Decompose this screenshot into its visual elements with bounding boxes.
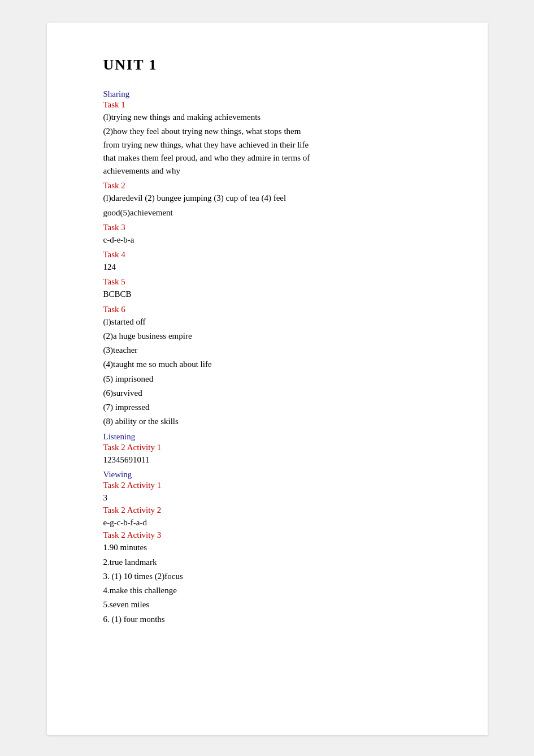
task2-item2: good(5)achievement	[103, 206, 442, 219]
task4-item1: 124	[103, 261, 442, 274]
task6-item2: (2)a huge business empire	[103, 330, 442, 343]
listening-task2-label: Task 2 Activity 1	[103, 443, 442, 452]
task5-section: Task 5 BCBCB	[103, 277, 442, 301]
viewing-task2a3-item1: 1.90 minutes	[103, 541, 442, 554]
viewing-label: Viewing	[103, 470, 442, 479]
viewing-task2a3-item4: 4.make this challenge	[103, 584, 442, 597]
task4-label: Task 4	[103, 250, 442, 260]
viewing-task2a2-item1: e-g-c-b-f-a-d	[103, 516, 442, 529]
task6-item5: (5) imprisoned	[103, 373, 442, 386]
task6-item4: (4)taught me so much about life	[103, 358, 442, 371]
task1-item2: (2)how they feel about trying new things…	[103, 125, 442, 178]
listening-task2-item1: 12345691011	[103, 453, 442, 466]
task2-label: Task 2	[103, 181, 442, 191]
viewing-section: Viewing Task 2 Activity 1 3 Task 2 Activ…	[103, 470, 442, 626]
task1-item1: (l)trying new things and making achievem…	[103, 111, 442, 124]
task3-item1: c-d-e-b-a	[103, 234, 442, 247]
viewing-task2a3-item5: 5.seven miles	[103, 598, 442, 611]
sharing-section: Sharing Task 1 (l)trying new things and …	[103, 89, 442, 178]
task5-item1: BCBCB	[103, 288, 442, 301]
task1-label: Task 1	[103, 100, 442, 110]
task6-item7: (7) impressed	[103, 401, 442, 414]
unit-title: UNIT 1	[103, 57, 442, 74]
viewing-task2a2-label: Task 2 Activity 2	[103, 506, 442, 515]
task6-label: Task 6	[103, 305, 442, 314]
task3-section: Task 3 c-d-e-b-a	[103, 223, 442, 247]
task2-section: Task 2 (l)daredevil (2) bungee jumping (…	[103, 181, 442, 219]
task3-label: Task 3	[103, 223, 442, 232]
viewing-task2a3-item2: 2.true landmark	[103, 556, 442, 569]
viewing-task2a3-label: Task 2 Activity 3	[103, 530, 442, 540]
task2-item1: (l)daredevil (2) bungee jumping (3) cup …	[103, 192, 442, 205]
viewing-task2a1-label: Task 2 Activity 1	[103, 481, 442, 490]
task6-item6: (6)survived	[103, 387, 442, 400]
page: UNIT 1 Sharing Task 1 (l)trying new thin…	[47, 23, 488, 735]
task6-section: Task 6 (l)started off (2)a huge business…	[103, 305, 442, 429]
task6-item8: (8) ability or the skills	[103, 415, 442, 428]
task4-section: Task 4 124	[103, 250, 442, 274]
sharing-label: Sharing	[103, 89, 442, 99]
viewing-task2a3-item3: 3. (1) 10 times (2)focus	[103, 570, 442, 583]
listening-section: Listening Task 2 Activity 1 12345691011	[103, 432, 442, 466]
task5-label: Task 5	[103, 277, 442, 287]
viewing-task2a1-item1: 3	[103, 491, 442, 504]
listening-label: Listening	[103, 432, 442, 442]
viewing-task2a3-item6: 6. (1) four months	[103, 613, 442, 626]
task6-item3: (3)teacher	[103, 344, 442, 357]
task6-item1: (l)started off	[103, 316, 442, 329]
